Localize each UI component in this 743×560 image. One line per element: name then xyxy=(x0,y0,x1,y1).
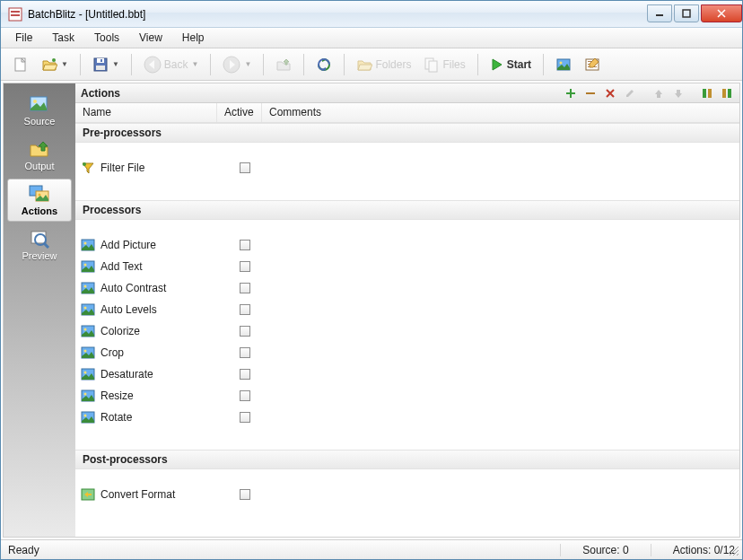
menu-tools[interactable]: Tools xyxy=(85,29,128,47)
menu-task[interactable]: Task xyxy=(43,29,83,47)
edit-action-button[interactable] xyxy=(623,86,637,101)
svg-point-16 xyxy=(560,61,563,64)
forward-button[interactable]: ▼ xyxy=(218,53,256,76)
status-actions: Actions: 0/12 xyxy=(651,544,735,556)
title-bar: BatchBlitz - [Untitled.bbt] xyxy=(1,1,742,28)
panel-title: Actions xyxy=(81,87,120,100)
action-name: Crop xyxy=(101,346,223,359)
menu-help[interactable]: Help xyxy=(173,29,214,47)
edit-view-button[interactable] xyxy=(580,53,605,76)
files-button[interactable]: Files xyxy=(419,53,469,76)
svg-rect-4 xyxy=(683,10,690,17)
list-item[interactable]: Crop xyxy=(75,342,739,363)
active-checkbox[interactable] xyxy=(240,369,250,380)
convert-icon xyxy=(81,487,95,502)
start-label: Start xyxy=(507,58,531,71)
content-area: Source Output Actions Preview xyxy=(3,83,740,538)
active-checkbox[interactable] xyxy=(240,326,250,337)
svg-rect-2 xyxy=(11,14,20,16)
up-button[interactable] xyxy=(271,53,296,76)
remove-action-button[interactable] xyxy=(583,86,598,101)
actions-list: Pre-processors Filter File Processors Ad… xyxy=(75,123,739,537)
sidebar-item-output[interactable]: Output xyxy=(7,134,72,177)
svg-point-22 xyxy=(33,100,37,103)
list-item[interactable]: Add Picture xyxy=(75,234,739,256)
svg-rect-29 xyxy=(708,89,712,98)
active-checkbox[interactable] xyxy=(240,240,250,250)
list-item[interactable]: Rotate xyxy=(75,407,739,428)
source-icon xyxy=(28,94,51,114)
active-checkbox[interactable] xyxy=(240,347,250,358)
toolbar: ▼ ▼ Back ▼ ▼ Folders xyxy=(1,48,742,81)
add-action-button[interactable] xyxy=(564,86,578,101)
column-name[interactable]: Name xyxy=(75,103,217,122)
svg-rect-10 xyxy=(96,66,105,70)
svg-rect-9 xyxy=(101,59,102,62)
picture-icon xyxy=(81,346,95,360)
action-name: Colorize xyxy=(101,325,223,337)
action-name: Auto Contrast xyxy=(101,282,223,294)
sidebar-item-preview[interactable]: Preview xyxy=(7,223,72,267)
svg-point-44 xyxy=(84,350,87,353)
move-down-button[interactable] xyxy=(671,86,686,101)
sidebar-item-label: Output xyxy=(24,161,54,171)
group-header[interactable]: Post-processors xyxy=(75,450,739,469)
menu-view[interactable]: View xyxy=(130,29,171,47)
list-item[interactable]: Filter File xyxy=(75,157,739,179)
filter-icon xyxy=(81,161,95,175)
select-none-button[interactable] xyxy=(720,86,734,101)
window-title: BatchBlitz - [Untitled.bbt] xyxy=(28,8,145,21)
start-button[interactable]: Start xyxy=(485,53,536,76)
svg-rect-14 xyxy=(429,61,437,72)
svg-point-46 xyxy=(84,372,87,374)
close-button[interactable] xyxy=(701,4,742,22)
resize-grip[interactable] xyxy=(728,545,740,557)
column-active[interactable]: Active xyxy=(217,103,262,122)
list-item[interactable]: Convert Format xyxy=(75,484,739,505)
column-comments[interactable]: Comments xyxy=(262,103,739,122)
refresh-button[interactable] xyxy=(311,53,337,76)
select-all-button[interactable] xyxy=(700,86,714,101)
group-header[interactable]: Processors xyxy=(75,200,739,220)
back-button[interactable]: Back ▼ xyxy=(139,53,204,76)
menu-file[interactable]: File xyxy=(6,29,41,47)
active-checkbox[interactable] xyxy=(240,304,250,315)
picture-icon xyxy=(81,238,95,252)
dropdown-arrow-icon: ▼ xyxy=(61,60,68,68)
delete-action-button[interactable] xyxy=(603,86,617,101)
folders-button[interactable]: Folders xyxy=(352,53,415,76)
sidebar-item-label: Actions xyxy=(22,206,57,216)
svg-point-40 xyxy=(84,307,87,310)
active-checkbox[interactable] xyxy=(240,390,250,401)
sidebar-item-actions[interactable]: Actions xyxy=(7,179,72,222)
list-item[interactable]: Auto Contrast xyxy=(75,277,739,299)
list-item[interactable]: Add Text xyxy=(75,256,739,277)
new-button[interactable] xyxy=(8,53,33,76)
picture-icon xyxy=(81,389,95,403)
action-name: Filter File xyxy=(101,162,223,174)
move-up-button[interactable] xyxy=(651,86,666,101)
menu-bar: File Task Tools View Help xyxy=(1,28,742,48)
action-name: Desaturate xyxy=(101,368,223,381)
picture-icon xyxy=(81,302,95,317)
dropdown-arrow-icon: ▼ xyxy=(192,60,199,68)
sidebar-item-source[interactable]: Source xyxy=(7,89,72,132)
minimize-button[interactable] xyxy=(647,4,672,22)
list-item[interactable]: Auto Levels xyxy=(75,299,739,320)
list-item[interactable]: Resize xyxy=(75,385,739,407)
preview-icon xyxy=(28,229,51,249)
active-checkbox[interactable] xyxy=(240,412,250,423)
group-header[interactable]: Pre-processors xyxy=(75,123,739,143)
open-button[interactable]: ▼ xyxy=(37,53,73,76)
files-label: Files xyxy=(442,58,465,71)
active-checkbox[interactable] xyxy=(240,283,250,293)
list-item[interactable]: Colorize xyxy=(75,320,739,342)
list-item[interactable]: Desaturate xyxy=(75,363,739,385)
image-view-button[interactable] xyxy=(551,53,576,76)
save-button[interactable]: ▼ xyxy=(88,53,124,76)
active-checkbox[interactable] xyxy=(240,489,250,500)
picture-icon xyxy=(81,367,95,381)
maximize-button[interactable] xyxy=(674,4,699,22)
active-checkbox[interactable] xyxy=(240,261,250,272)
active-checkbox[interactable] xyxy=(240,162,250,173)
